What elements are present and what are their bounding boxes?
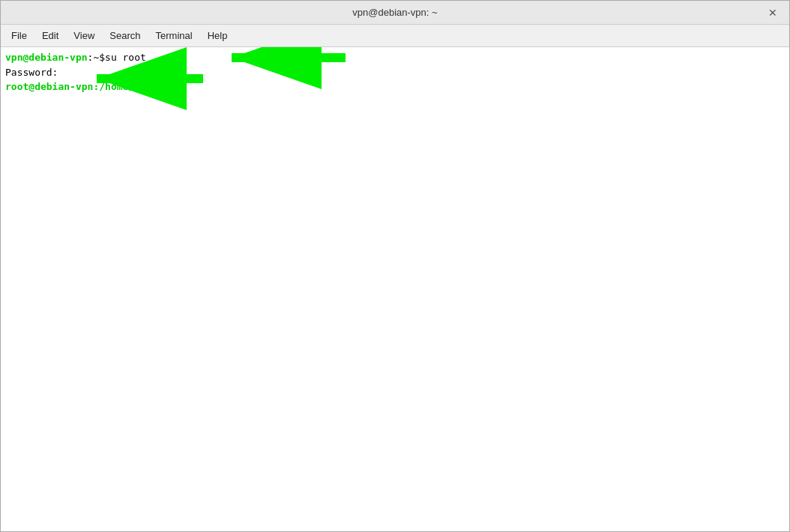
menu-edit[interactable]: Edit	[34, 27, 66, 44]
menu-terminal[interactable]: Terminal	[148, 27, 200, 44]
menu-help[interactable]: Help	[200, 27, 235, 44]
prompt-root: root@debian-vpn:/home/vpn#	[5, 79, 158, 94]
command-1: su root	[105, 50, 146, 65]
terminal-line-2: Password:	[5, 65, 785, 80]
terminal-window: vpn@debian-vpn: ~ ✕ File Edit View Searc…	[0, 0, 790, 532]
terminal-body[interactable]: vpn@debian-vpn :~$ su root Password: roo…	[1, 47, 789, 531]
prompt-path-1: :~$	[88, 50, 105, 65]
menu-view[interactable]: View	[66, 27, 102, 44]
window-title: vpn@debian-vpn: ~	[26, 7, 764, 18]
close-button[interactable]: ✕	[764, 6, 782, 19]
menu-search[interactable]: Search	[102, 27, 148, 44]
terminal-line-3: root@debian-vpn:/home/vpn#	[5, 79, 785, 94]
annotations	[1, 47, 789, 531]
password-label: Password:	[5, 65, 58, 80]
menubar: File Edit View Search Terminal Help	[1, 25, 789, 47]
titlebar: vpn@debian-vpn: ~ ✕	[1, 1, 789, 25]
menu-file[interactable]: File	[4, 27, 34, 44]
terminal-line-1: vpn@debian-vpn :~$ su root	[5, 50, 785, 65]
prompt-user-1: vpn@debian-vpn	[5, 50, 88, 65]
